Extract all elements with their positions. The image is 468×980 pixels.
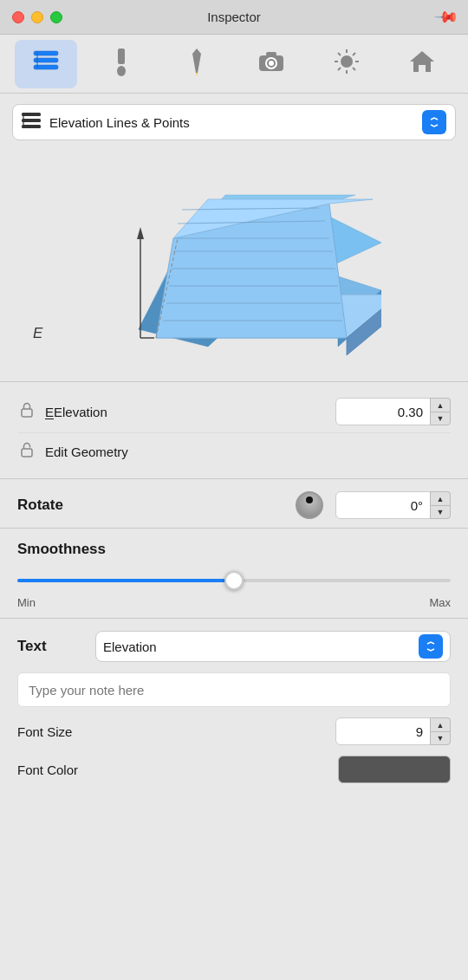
font-size-input[interactable] — [335, 717, 431, 745]
toolbar-item-brush[interactable] — [90, 40, 153, 88]
svg-rect-48 — [22, 409, 32, 417]
minimize-button[interactable] — [31, 11, 43, 23]
sun-icon — [333, 48, 361, 80]
svg-marker-45 — [137, 227, 144, 239]
pin-icon[interactable]: 📌 — [432, 3, 459, 30]
svg-rect-49 — [22, 449, 32, 457]
svg-rect-23 — [22, 119, 41, 122]
text-section: Text Elevation Font Size ▲ ▼ Font Color — [0, 619, 468, 802]
font-size-stepper-down[interactable]: ▼ — [430, 731, 451, 745]
elevation-stepper-up[interactable]: ▲ — [430, 398, 451, 412]
elevation-lock-icon — [17, 400, 45, 423]
layer-dropdown[interactable]: Elevation Lines & Points — [12, 104, 456, 140]
elevation-stepper-down[interactable]: ▼ — [430, 412, 451, 425]
layer-dropdown-label: Elevation Lines & Points — [49, 115, 413, 130]
rotate-knob[interactable] — [296, 491, 323, 519]
smoothness-slider-thumb[interactable] — [224, 571, 244, 590]
brush-icon — [108, 47, 134, 81]
traffic-lights — [12, 11, 62, 23]
note-input[interactable] — [17, 672, 451, 707]
edit-geometry-label: Edit Geometry — [45, 445, 451, 459]
rotate-title: Rotate — [17, 496, 283, 514]
layer-dropdown-icon — [22, 113, 41, 133]
font-size-label: Font Size — [17, 724, 335, 739]
edit-geometry-lock-icon — [17, 440, 45, 463]
elevation-row: EElevation ▲ ▼ — [17, 391, 451, 433]
svg-line-19 — [353, 53, 355, 55]
svg-point-5 — [117, 66, 126, 76]
elevation-axis-label: E — [33, 325, 42, 342]
toolbar-item-layers[interactable] — [15, 40, 77, 88]
font-color-swatch[interactable] — [338, 756, 451, 783]
svg-point-12 — [341, 55, 353, 68]
window-title: Inspector — [207, 10, 261, 24]
rotate-input[interactable] — [335, 491, 431, 519]
svg-marker-6 — [192, 49, 201, 73]
text-type-dropdown-chevron[interactable] — [419, 634, 443, 659]
toolbar-item-sun[interactable] — [315, 40, 378, 88]
elevation-input-group[interactable]: ▲ ▼ — [335, 398, 451, 425]
text-row: Text Elevation — [17, 631, 451, 662]
smoothness-min-label: Min — [17, 596, 36, 609]
smoothness-max-label: Max — [429, 596, 451, 609]
toolbar-item-house[interactable] — [391, 40, 453, 88]
smoothness-slider-track — [17, 579, 451, 582]
terrain-illustration — [87, 156, 381, 364]
svg-line-17 — [338, 53, 341, 55]
rotate-section: Rotate ▲ ▼ — [0, 479, 468, 529]
maximize-button[interactable] — [50, 11, 62, 23]
toolbar-item-camera[interactable] — [240, 40, 302, 88]
svg-rect-22 — [22, 113, 41, 116]
svg-rect-11 — [266, 52, 276, 56]
close-button[interactable] — [12, 11, 24, 23]
smoothness-section: Smoothness Min Max — [0, 529, 468, 619]
svg-rect-4 — [118, 49, 125, 64]
elevation-controls: EElevation ▲ ▼ Edit Geometry — [0, 382, 468, 478]
smoothness-slider-fill — [17, 579, 234, 582]
layer-dropdown-chevron[interactable] — [422, 110, 446, 134]
title-bar: Inspector 📌 — [0, 0, 468, 35]
elevation-input[interactable] — [335, 398, 431, 425]
smoothness-title: Smoothness — [17, 541, 451, 558]
svg-marker-7 — [196, 73, 198, 76]
elevation-underline: E — [45, 405, 54, 419]
svg-rect-24 — [22, 125, 41, 128]
toolbar — [0, 35, 468, 94]
edit-geometry-row: Edit Geometry — [17, 433, 451, 470]
elevation-stepper[interactable]: ▲ ▼ — [430, 398, 451, 425]
text-type-dropdown-label: Elevation — [103, 639, 413, 654]
svg-point-10 — [269, 61, 274, 66]
rotate-input-group[interactable]: ▲ ▼ — [335, 491, 451, 519]
smoothness-slider-container[interactable] — [17, 572, 451, 589]
elevation-label: EElevation — [45, 405, 335, 419]
rotate-stepper[interactable]: ▲ ▼ — [430, 491, 451, 519]
rotate-header: Rotate ▲ ▼ — [17, 491, 451, 519]
svg-line-20 — [338, 68, 341, 70]
rotate-stepper-down[interactable]: ▼ — [430, 505, 451, 519]
text-section-label: Text — [17, 638, 95, 655]
font-color-row: Font Color — [17, 756, 451, 783]
house-icon — [408, 48, 436, 80]
svg-line-18 — [353, 68, 355, 70]
font-color-label: Font Color — [17, 763, 338, 777]
svg-marker-21 — [410, 51, 434, 72]
font-size-input-group[interactable]: ▲ ▼ — [335, 717, 451, 745]
font-size-stepper[interactable]: ▲ ▼ — [430, 717, 451, 745]
layers-icon — [30, 46, 62, 81]
rotate-stepper-up[interactable]: ▲ — [430, 491, 451, 505]
font-size-stepper-up[interactable]: ▲ — [430, 717, 451, 731]
toolbar-item-pencil[interactable] — [166, 40, 228, 88]
font-size-row: Font Size ▲ ▼ — [17, 717, 451, 745]
camera-icon — [257, 49, 285, 79]
pencil-icon — [184, 47, 210, 81]
3d-preview: E — [0, 147, 468, 373]
smoothness-slider-labels: Min Max — [17, 596, 451, 609]
text-type-dropdown[interactable]: Elevation — [95, 631, 451, 662]
